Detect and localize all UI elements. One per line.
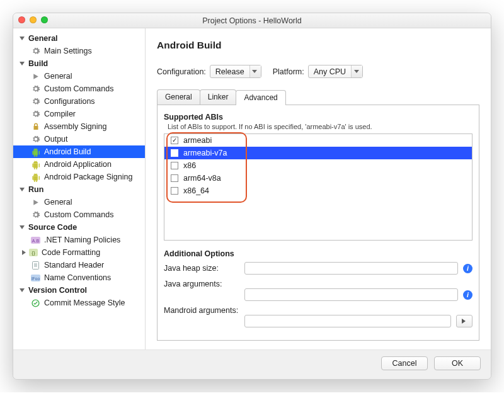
- sidebar-item-label: Commit Message Style: [44, 298, 125, 307]
- abi-row-armeabi[interactable]: ✓armeabi: [164, 134, 472, 147]
- config-row: Configuration: Release Platform: Any CPU: [157, 65, 479, 78]
- doc-icon: [31, 261, 40, 270]
- titlebar: Project Options - HelloWorld: [13, 13, 491, 28]
- tag-icon: IFoo: [31, 273, 40, 283]
- chevron-down-icon: [351, 65, 362, 77]
- info-icon[interactable]: i: [463, 264, 472, 273]
- tab-advanced[interactable]: Advanced: [236, 90, 285, 105]
- configuration-label: Configuration:: [157, 67, 206, 76]
- additional-options-title: Additional Options: [164, 249, 472, 258]
- checkbox[interactable]: [171, 162, 178, 169]
- android-green-icon: [31, 147, 40, 157]
- sidebar-item-standard-header[interactable]: Standard Header: [13, 259, 145, 271]
- sidebar-section-build[interactable]: Build: [13, 57, 145, 70]
- chevron-down-icon: [249, 65, 261, 77]
- checkbox[interactable]: [171, 187, 178, 195]
- info-icon[interactable]: i: [463, 290, 472, 300]
- lock-icon: [31, 122, 40, 132]
- sidebar-item-label: General: [44, 198, 72, 207]
- tab-general[interactable]: General: [157, 89, 200, 105]
- code-icon: {}: [28, 248, 38, 258]
- sidebar-item-custom-commands[interactable]: Custom Commands: [13, 82, 145, 95]
- traffic-lights: [18, 16, 48, 23]
- sidebar-section-version-control[interactable]: Version Control: [13, 284, 145, 297]
- android-yellow-icon: [31, 173, 40, 182]
- sidebar-section-run[interactable]: Run: [13, 183, 145, 196]
- sidebar-item-compiler[interactable]: Compiler: [13, 108, 145, 120]
- abi-row-x86-64[interactable]: x86_64: [164, 184, 472, 197]
- gear-icon: [31, 84, 40, 94]
- mandroid-args-label: Mandroid arguments:: [164, 305, 239, 315]
- play-icon: [31, 198, 40, 207]
- chevron-down-icon: [20, 288, 25, 292]
- sidebar-item-general[interactable]: General: [13, 196, 145, 208]
- cancel-button[interactable]: Cancel: [381, 356, 428, 370]
- sidebar-item-android-package-signing[interactable]: Android Package Signing: [13, 171, 145, 183]
- configuration-select[interactable]: Release: [210, 65, 261, 78]
- abi-row-armeabi-v7a[interactable]: ✓armeabi-v7a: [164, 147, 472, 159]
- close-icon[interactable]: [18, 16, 25, 23]
- sidebar-item-output[interactable]: Output: [13, 133, 145, 145]
- abi-label: arm64-v8a: [183, 174, 221, 183]
- mandroid-args-input[interactable]: [244, 315, 451, 327]
- svg-text:IFoo: IFoo: [32, 276, 40, 280]
- sidebar-item-custom-commands[interactable]: Custom Commands: [13, 208, 145, 221]
- sidebar: GeneralMain SettingsBuildGeneralCustom C…: [13, 28, 146, 349]
- project-options-window: Project Options - HelloWorld GeneralMain…: [13, 13, 491, 380]
- sidebar-section-source-code[interactable]: Source Code: [13, 221, 145, 234]
- sidebar-item-android-application[interactable]: Android Application: [13, 158, 145, 171]
- svg-text:A.B: A.B: [32, 238, 40, 242]
- mandroid-run-button[interactable]: [456, 315, 472, 327]
- sidebar-item-name-conventions[interactable]: IFooName Conventions: [13, 271, 145, 284]
- sidebar-item-label: Assembly Signing: [44, 122, 106, 131]
- sidebar-item-assembly-signing[interactable]: Assembly Signing: [13, 120, 145, 133]
- sidebar-item-general[interactable]: General: [13, 70, 145, 82]
- java-args-input[interactable]: [244, 288, 458, 301]
- sidebar-item-label: Custom Commands: [44, 210, 113, 219]
- chevron-down-icon: [20, 225, 25, 229]
- supported-abis-hint: List of ABIs to support. If no ABI is sp…: [168, 123, 472, 130]
- supported-abis-title: Supported ABIs: [164, 113, 472, 122]
- abi-label: x86_64: [183, 186, 209, 195]
- tabbar: GeneralLinkerAdvanced: [157, 89, 479, 105]
- sidebar-item-configurations[interactable]: Configurations: [13, 95, 145, 108]
- android-yellow-icon: [31, 160, 40, 169]
- sidebar-item-label: Output: [44, 135, 68, 144]
- platform-label: Platform:: [273, 67, 304, 76]
- abi-list[interactable]: ✓armeabi✓armeabi-v7ax86arm64-v8ax86_64: [164, 133, 472, 241]
- checkbox[interactable]: [171, 174, 178, 182]
- gear-icon: [31, 97, 40, 106]
- abi-label: armeabi: [183, 136, 212, 145]
- tab-advanced-content: Supported ABIs List of ABIs to support. …: [157, 105, 479, 341]
- chevron-down-icon: [20, 37, 25, 40]
- sidebar-item-label: Android Build: [44, 147, 91, 156]
- checkbox[interactable]: ✓: [171, 137, 178, 144]
- main-panel: Android Build Configuration: Release Pla…: [146, 28, 491, 349]
- sidebar-item-label: Configurations: [44, 97, 95, 106]
- window-title: Project Options - HelloWorld: [202, 16, 301, 25]
- sidebar-item-label: Name Conventions: [44, 273, 111, 282]
- ok-button[interactable]: OK: [434, 356, 481, 370]
- chevron-down-icon: [20, 188, 25, 191]
- tab-linker[interactable]: Linker: [200, 89, 237, 105]
- abi-label: armeabi-v7a: [183, 149, 227, 157]
- sidebar-section-general[interactable]: General: [13, 32, 145, 45]
- chevron-down-icon: [20, 62, 25, 65]
- platform-select[interactable]: Any CPU: [308, 65, 363, 78]
- zoom-icon[interactable]: [41, 16, 48, 23]
- abi-row-arm64-v8a[interactable]: arm64-v8a: [164, 172, 472, 184]
- java-args-label: Java arguments:: [164, 278, 239, 288]
- sidebar-item--net-naming-policies[interactable]: A.B.NET Naming Policies: [13, 234, 145, 246]
- checkbox[interactable]: ✓: [171, 149, 178, 157]
- minimize-icon[interactable]: [30, 16, 37, 23]
- abi-row-x86[interactable]: x86: [164, 159, 472, 172]
- play-icon: [31, 72, 40, 81]
- sidebar-item-android-build[interactable]: Android Build: [13, 145, 145, 158]
- gear-icon: [31, 47, 40, 56]
- java-heap-input[interactable]: [244, 262, 458, 275]
- sidebar-item-label: Compiler: [44, 110, 76, 118]
- sidebar-item-main-settings[interactable]: Main Settings: [13, 45, 145, 57]
- sidebar-item-label: Android Package Signing: [44, 173, 132, 181]
- sidebar-item-code-formatting[interactable]: {}Code Formatting: [13, 246, 145, 259]
- sidebar-item-commit-message-style[interactable]: Commit Message Style: [13, 297, 145, 309]
